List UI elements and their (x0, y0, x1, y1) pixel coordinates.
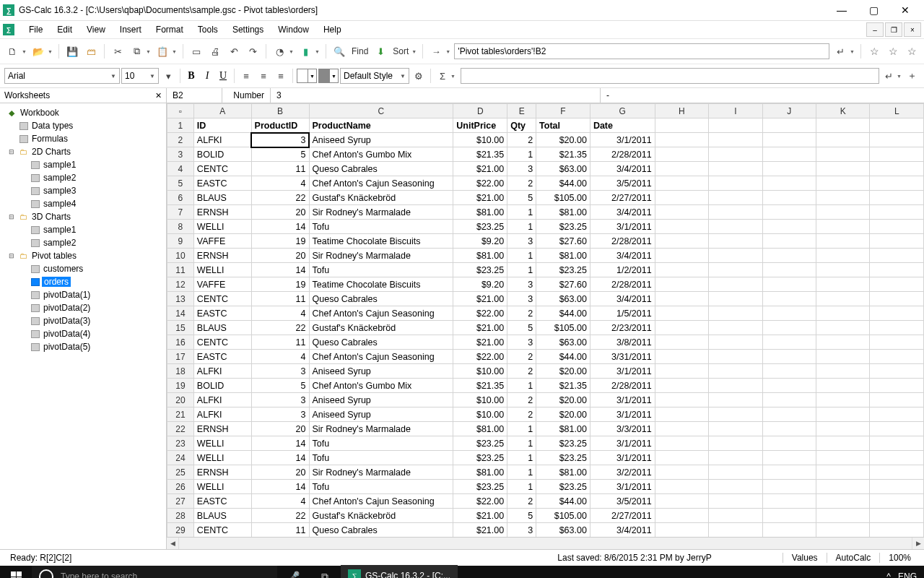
cell[interactable] (709, 220, 762, 234)
cell[interactable]: 11 (251, 335, 309, 350)
cell[interactable]: CENTC (193, 523, 251, 538)
cell[interactable]: $63.00 (536, 335, 590, 350)
enter2-icon[interactable]: ↵ (881, 68, 897, 84)
copy-icon[interactable]: ⧉ (128, 43, 144, 59)
cell[interactable]: Tofu (309, 451, 453, 465)
col-header-I[interactable]: I (709, 104, 762, 118)
cell[interactable] (655, 379, 708, 393)
menu-edit[interactable]: Edit (50, 22, 79, 37)
start-button[interactable] (0, 566, 32, 578)
cell[interactable]: 22 (251, 191, 309, 205)
cell[interactable]: $21.00 (453, 162, 507, 176)
cell[interactable] (709, 379, 762, 393)
bold-button[interactable]: B (184, 69, 199, 83)
cell[interactable]: $44.00 (536, 350, 590, 364)
tree-data-types[interactable]: Data types (0, 119, 166, 132)
menu-view[interactable]: View (79, 22, 113, 37)
cell[interactable] (709, 176, 762, 191)
cell[interactable] (870, 306, 924, 321)
cell[interactable]: ALFKI (193, 364, 251, 379)
tree-pivot-tables[interactable]: ⊟🗀Pivot tables (0, 249, 166, 262)
col-header-C[interactable]: C (309, 104, 453, 118)
cell[interactable]: 3 (507, 162, 536, 176)
cell[interactable] (709, 465, 762, 480)
cell[interactable] (762, 263, 816, 277)
new-icon[interactable]: 🗋 (4, 43, 20, 59)
cell[interactable] (762, 176, 816, 191)
cell[interactable] (762, 480, 816, 494)
cell[interactable]: Sir Rodney's Marmalade (309, 249, 453, 263)
cell[interactable]: $81.00 (453, 249, 507, 263)
mic-icon[interactable]: 🎤 (277, 566, 309, 578)
cell[interactable]: 3 (507, 277, 536, 292)
cell[interactable]: ALFKI (193, 407, 251, 422)
cell[interactable]: BOLID (193, 147, 251, 162)
cell[interactable] (655, 147, 708, 162)
cell[interactable]: Queso Cabrales (309, 523, 453, 538)
cell[interactable]: $81.00 (453, 465, 507, 480)
cell[interactable]: 1 (507, 422, 536, 436)
align-left-icon[interactable]: ≡ (238, 68, 254, 84)
row-header-7[interactable]: 7 (167, 205, 194, 220)
cell[interactable]: 3/1/2011 (590, 407, 655, 422)
cell[interactable]: 2 (507, 306, 536, 321)
row-header-17[interactable]: 17 (167, 350, 194, 364)
cell[interactable] (655, 118, 708, 133)
cell[interactable]: $10.00 (453, 364, 507, 379)
header-cell[interactable]: Date (590, 118, 655, 133)
cell[interactable]: $20.00 (536, 407, 590, 422)
menu-window[interactable]: Window (271, 22, 316, 37)
cell[interactable]: 3 (251, 407, 309, 422)
row-header-10[interactable]: 10 (167, 249, 194, 263)
cell[interactable] (762, 523, 816, 538)
cell[interactable]: Sir Rodney's Marmalade (309, 422, 453, 436)
cell[interactable] (816, 249, 870, 263)
cell[interactable] (709, 523, 762, 538)
cell[interactable] (709, 509, 762, 523)
cell[interactable] (762, 306, 816, 321)
cell[interactable]: 1 (507, 379, 536, 393)
cell[interactable]: 1 (507, 436, 536, 451)
cell[interactable]: 2 (507, 133, 536, 147)
cell[interactable]: 3/4/2011 (590, 162, 655, 176)
cell[interactable]: 3/1/2011 (590, 393, 655, 407)
cell[interactable]: Aniseed Syrup (309, 133, 453, 147)
fill-color[interactable]: ▼ (318, 69, 339, 83)
cell[interactable]: 3 (507, 335, 536, 350)
cell[interactable] (709, 480, 762, 494)
cell[interactable]: Aniseed Syrup (309, 364, 453, 379)
col-header-D[interactable]: D (453, 104, 507, 118)
open-icon[interactable]: 📂 (30, 43, 46, 59)
cell[interactable] (816, 407, 870, 422)
row-header-25[interactable]: 25 (167, 465, 194, 480)
cell[interactable]: WELLI (193, 436, 251, 451)
redo-icon[interactable]: ↷ (245, 43, 261, 59)
cell[interactable] (762, 133, 816, 147)
cell[interactable] (870, 277, 924, 292)
font-combo[interactable]: Arial▼ (4, 68, 120, 84)
worksheet-tree[interactable]: ◆Workbook Data types Formulas ⊟🗀2D Chart… (0, 103, 166, 549)
cell[interactable] (709, 407, 762, 422)
tree-formulas[interactable]: Formulas (0, 132, 166, 145)
cell[interactable]: $44.00 (536, 494, 590, 509)
cell[interactable]: 5 (507, 321, 536, 335)
cell[interactable]: Tofu (309, 220, 453, 234)
cell[interactable] (655, 277, 708, 292)
row-header-1[interactable]: 1 (167, 118, 194, 133)
row-header-29[interactable]: 29 (167, 523, 194, 538)
cell[interactable]: $44.00 (536, 306, 590, 321)
cell[interactable]: 19 (251, 234, 309, 249)
erase-format-icon[interactable]: ▾ (160, 68, 176, 84)
cell[interactable] (655, 133, 708, 147)
cell[interactable]: Aniseed Syrup (309, 393, 453, 407)
mdi-close[interactable]: × (904, 22, 921, 37)
taskbar-app[interactable]: ∑GS-Calc 16.3.2 - [C:... (341, 565, 458, 578)
tree-2d-sample1[interactable]: sample1 (0, 158, 166, 171)
cell[interactable] (655, 465, 708, 480)
tree-2d-charts[interactable]: ⊟🗀2D Charts (0, 145, 166, 158)
cell[interactable]: 11 (251, 162, 309, 176)
col-header-F[interactable]: F (536, 104, 590, 118)
cell[interactable] (870, 494, 924, 509)
tree-pivotdata5[interactable]: pivotData(5) (0, 340, 166, 353)
cell[interactable]: $81.00 (536, 249, 590, 263)
